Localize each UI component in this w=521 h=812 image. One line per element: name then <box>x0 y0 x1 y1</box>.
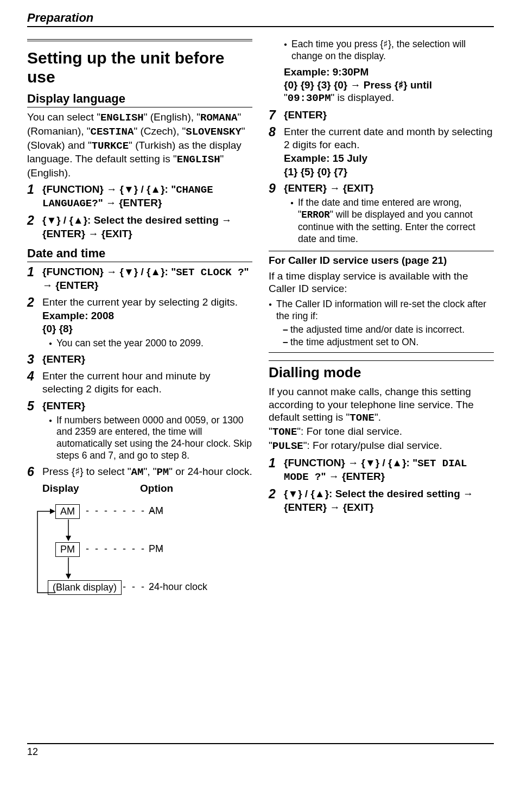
datetime-steps-cont: 7 {ENTER} 8 Enter the current date and m… <box>269 109 494 245</box>
dial-step-1: 1 {FUNCTION} → {▼} / {▲}: "SET DIAL MODE… <box>269 456 494 484</box>
col-option: Option <box>140 483 238 494</box>
dt-step-1: 1 {FUNCTION} → {▼} / {▲}: "SET CLOCK ?" … <box>27 265 252 293</box>
dt-step-7: 7 {ENTER} <box>269 109 494 122</box>
page-number: 12 <box>27 746 38 757</box>
left-column: Setting up the unit before use Display l… <box>27 37 252 624</box>
dial-steps: 1 {FUNCTION} → {▼} / {▲}: "SET DIAL MODE… <box>269 456 494 515</box>
date-time-heading: Date and time <box>27 246 252 262</box>
dt-step-8: 8 Enter the current date and month by se… <box>269 125 494 179</box>
callerid-callout: For Caller ID service users (page 21) If… <box>269 251 494 353</box>
callerid-dash-1: the adjusted time and/or date is incorre… <box>283 324 494 335</box>
svg-marker-4 <box>50 509 55 514</box>
page-footer: 12 <box>27 743 494 758</box>
example-930pm: Example: 9:30PM {0} {9} {3} {0} → Press … <box>269 66 494 105</box>
hash-note: Each time you press {♯}, the selection w… <box>284 39 494 62</box>
arrow-down-icon <box>64 557 73 579</box>
dt-step-9: 9 {ENTER} → {EXIT} If the date and time … <box>269 182 494 245</box>
diag-blank-box: (Blank display) <box>48 580 122 595</box>
dt-step-6: 6 Press {♯} to select "AM", "PM" or 24-h… <box>27 465 252 479</box>
two-column-layout: Setting up the unit before use Display l… <box>27 37 494 624</box>
lang-step-2: 2 {▼} / {▲}: Select the desired setting … <box>27 214 252 240</box>
dialling-heading: Dialling mode <box>269 360 494 381</box>
display-language-heading: Display language <box>27 92 252 107</box>
svg-marker-1 <box>66 536 71 541</box>
language-description: You can select "ENGLISH" (English), "ROM… <box>27 111 252 180</box>
page: Preparation Setting up the unit before u… <box>0 0 521 769</box>
svg-marker-3 <box>66 574 71 579</box>
dt-step-5: 5 {ENTER} If numbers between 0000 and 00… <box>27 399 252 462</box>
return-line-icon <box>35 509 56 595</box>
page-header: Preparation <box>27 11 494 27</box>
year-range-note: You can set the year 2000 to 2099. <box>49 338 252 350</box>
option-table-header: Display Option <box>27 483 252 494</box>
ampm-diagram: AM - - - - - - - - - AM PM - - - - - - -… <box>31 499 252 624</box>
arrow-down-icon <box>64 519 73 541</box>
callerid-bullet: The Caller ID information will re-set th… <box>269 299 494 322</box>
dt-step-2: 2 Enter the current year by selecting 2 … <box>27 296 252 350</box>
dialling-intro: If you cannot make calls, change this se… <box>269 385 494 453</box>
col-display: Display <box>42 483 140 494</box>
main-title: Setting up the unit before use <box>27 39 252 86</box>
lang-step-1: 1 {FUNCTION} → {▼} / {▲}: "CHANGE LANGUA… <box>27 183 252 211</box>
diag-am-opt: AM <box>149 505 163 517</box>
dial-step-2: 2 {▼} / {▲}: Select the desired setting … <box>269 487 494 514</box>
callerid-title: For Caller ID service users (page 21) <box>269 255 494 267</box>
diag-pm-box: PM <box>55 542 80 557</box>
error-note: If the date and time entered are wrong, … <box>290 197 494 245</box>
language-steps: 1 {FUNCTION} → {▼} / {▲}: "CHANGE LANGUA… <box>27 183 252 241</box>
callerid-body: If a time display service is available w… <box>269 270 494 296</box>
dt-step-4: 4 Enter the current hour and minute by s… <box>27 370 252 396</box>
callerid-dash-2: the time adjustment set to ON. <box>283 337 494 348</box>
diag-pm-opt: PM <box>149 543 163 555</box>
datetime-steps: 1 {FUNCTION} → {▼} / {▲}: "SET CLOCK ?" … <box>27 265 252 479</box>
diag-am-box: AM <box>55 504 80 519</box>
24hr-note: If numbers between 0000 and 0059, or 130… <box>49 415 252 462</box>
dt-step-3: 3 {ENTER} <box>27 353 252 366</box>
right-column: Each time you press {♯}, the selection w… <box>269 37 494 624</box>
diag-24-opt: 24-hour clock <box>149 581 207 593</box>
